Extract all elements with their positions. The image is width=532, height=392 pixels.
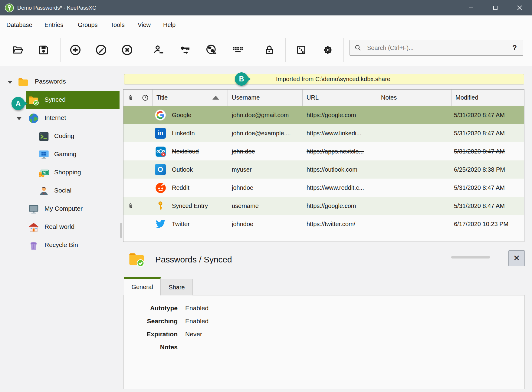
entry-username: john.doe <box>232 148 255 155</box>
entry-row-nextcloud[interactable]: Nextcloud john.doe https://apps.nextclo.… <box>123 142 524 160</box>
perform-autotype-button[interactable] <box>230 42 246 58</box>
paperclip-icon <box>127 94 134 101</box>
entry-row-google[interactable]: Google john.doe@gmail.com https://google… <box>123 106 524 124</box>
field-notes: Notes <box>124 344 185 351</box>
tab-label: Share <box>169 284 185 291</box>
linkedin-icon <box>155 128 166 139</box>
sidebar-item-my-computer[interactable]: My Computer <box>0 200 121 218</box>
entry-username: johndoe <box>232 184 253 191</box>
column-label: Notes <box>381 94 397 101</box>
entry-modified: 6/25/2020 8:38 PM <box>454 166 505 173</box>
sidebar-item-social[interactable]: Social <box>0 182 121 200</box>
column-header-expiry[interactable] <box>138 90 153 106</box>
entry-modified: 5/31/2020 8:47 AM <box>454 130 505 137</box>
sidebar-item-passwords[interactable]: Passwords <box>0 73 121 91</box>
search-box: ? <box>350 40 523 56</box>
entry-url: https://www.linkedi... <box>307 130 361 137</box>
tab-share[interactable]: Share <box>161 279 193 295</box>
copy-url-button[interactable] <box>204 42 219 58</box>
sidebar-item-recycle-bin[interactable]: Recycle Bin <box>0 236 121 255</box>
tab-general[interactable]: General <box>124 277 161 295</box>
column-header-url[interactable]: URL <box>303 90 377 106</box>
recycle-bin-icon <box>28 239 40 252</box>
main-area: Passwords Synced Internet Coding <box>0 66 532 392</box>
sidebar-item-real-world[interactable]: Real world <box>0 218 121 236</box>
column-label: URL <box>307 94 319 101</box>
window-titlebar[interactable]: Demo Passwords* - KeePassXC <box>0 0 532 15</box>
search-help-icon[interactable]: ? <box>512 44 517 52</box>
sidebar-item-label: Passwords <box>35 78 66 85</box>
lock-database-button[interactable] <box>261 42 277 58</box>
sidebar-item-label: Recycle Bin <box>44 241 78 249</box>
delete-entry-button[interactable] <box>119 42 135 58</box>
import-banner-text: Imported from C:\demo\synced.kdbx.share <box>258 76 390 83</box>
sidebar-item-label: Coding <box>54 132 74 140</box>
entry-row-reddit[interactable]: Reddit johndoe https://www.reddit.c... 5… <box>123 179 524 197</box>
person-icon <box>38 185 50 197</box>
open-database-button[interactable] <box>10 42 26 58</box>
sidebar-item-label: Internet <box>44 114 66 121</box>
entry-username: username <box>232 203 259 209</box>
sidebar-item-label: My Computer <box>44 205 83 212</box>
key-icon <box>155 200 166 211</box>
keepassxc-window: Demo Passwords* - KeePassXC Database Ent… <box>0 0 532 392</box>
entry-username: john.doe@example.... <box>232 130 291 137</box>
selection-highlight <box>26 91 120 109</box>
sidebar-item-shopping[interactable]: Shopping <box>0 164 121 182</box>
entry-modified: 5/31/2020 8:47 AM <box>454 184 505 191</box>
column-header-modified[interactable]: Modified <box>452 90 524 106</box>
terminal-icon <box>38 130 50 143</box>
entry-row-linkedin[interactable]: LinkedIn john.doe@example.... https://ww… <box>123 124 524 142</box>
menu-help[interactable]: Help <box>161 15 178 34</box>
menu-view[interactable]: View <box>135 15 153 34</box>
field-autotype: AutotypeEnabled <box>124 305 209 312</box>
horizontal-scrollbar[interactable] <box>451 256 490 259</box>
sidebar-item-label: Synced <box>44 96 66 103</box>
new-entry-button[interactable] <box>67 42 83 58</box>
copy-username-button[interactable] <box>151 42 167 58</box>
folder-icon <box>17 76 29 88</box>
entry-modified: 5/31/2020 8:47 AM <box>454 112 505 119</box>
entry-row-synced-entry[interactable]: Synced Entry username https://google.com… <box>123 197 524 215</box>
sort-ascending-icon <box>212 96 219 100</box>
header-area: Database Entries Groups Tools View Help <box>0 15 532 66</box>
expander-icon[interactable] <box>8 81 12 84</box>
column-label: Title <box>156 94 168 101</box>
entry-row-outlook[interactable]: Outlook myuser https://outlook.com 6/25/… <box>123 160 524 179</box>
close-window-button[interactable] <box>511 0 529 15</box>
import-banner: Imported from C:\demo\synced.kdbx.share <box>124 74 524 84</box>
field-searching: SearchingEnabled <box>124 318 209 325</box>
callout-b: B <box>235 72 248 86</box>
maximize-button[interactable] <box>486 0 504 15</box>
column-header-username[interactable]: Username <box>228 90 303 106</box>
sidebar-item-gaming[interactable]: Gaming <box>0 146 121 164</box>
toolbar-separator <box>60 38 61 62</box>
close-panel-button[interactable]: ✕ <box>508 250 525 266</box>
save-database-button[interactable] <box>36 42 51 58</box>
sidebar-scrollbar[interactable] <box>120 223 122 238</box>
sidebar-item-label: Shopping <box>54 169 81 176</box>
twitter-icon <box>155 219 166 229</box>
callout-a: A <box>11 97 25 110</box>
column-header-title[interactable]: Title <box>153 90 228 106</box>
column-header-notes[interactable]: Notes <box>377 90 452 106</box>
menu-entries[interactable]: Entries <box>42 15 66 34</box>
maximize-icon <box>493 6 498 10</box>
expander-icon[interactable] <box>17 117 21 120</box>
reddit-icon <box>155 182 166 193</box>
copy-password-button[interactable] <box>177 42 193 58</box>
money-icon <box>38 167 50 179</box>
entry-row-twitter[interactable]: Twitter johndoe https://twitter.com/ 6/1… <box>123 215 524 233</box>
column-header-attachment[interactable] <box>123 90 138 106</box>
menu-bar: Database Entries Groups Tools View Help <box>0 15 532 34</box>
menu-groups[interactable]: Groups <box>75 15 100 34</box>
settings-button[interactable] <box>320 42 336 58</box>
edit-entry-button[interactable] <box>93 42 109 58</box>
minimize-button[interactable] <box>462 0 480 15</box>
menu-database[interactable]: Database <box>4 15 35 34</box>
menu-tools[interactable]: Tools <box>108 15 127 34</box>
search-input[interactable] <box>367 44 512 51</box>
password-generator-button[interactable] <box>293 42 309 58</box>
sidebar-item-coding[interactable]: Coding <box>0 127 121 146</box>
sidebar-item-internet[interactable]: Internet <box>0 109 121 127</box>
